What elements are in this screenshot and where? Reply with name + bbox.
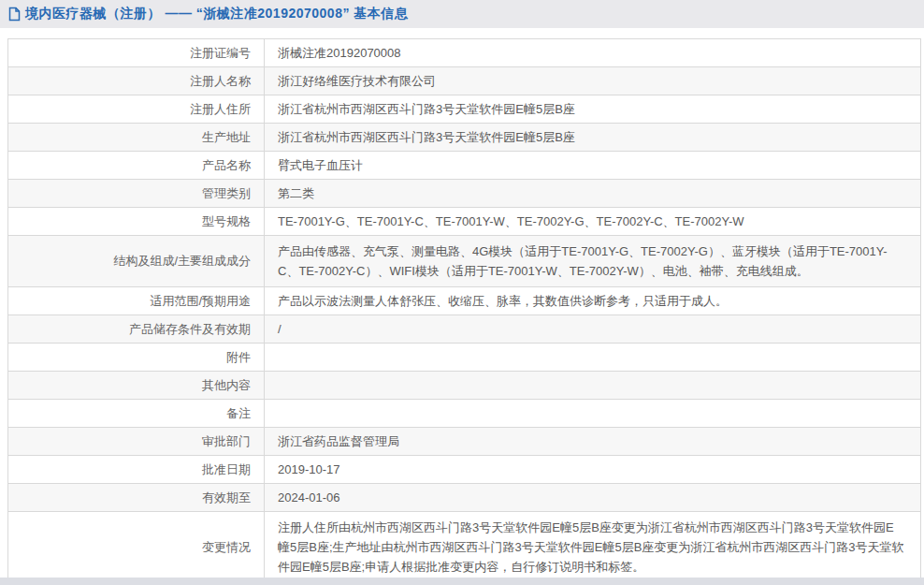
row-label: 变更情况 <box>8 512 265 583</box>
row-value: 注册人住所由杭州市西湖区西斗门路3号天堂软件园E幢5层B座变更为浙江省杭州市西湖… <box>265 512 921 583</box>
table-row: 结构及组成/主要组成成分 产品由传感器、充气泵、测量电路、4G模块（适用于TE-… <box>8 236 921 287</box>
table-row: 附件 <box>8 344 921 372</box>
row-label: 注册人住所 <box>8 95 265 124</box>
row-value: 2019-10-17 <box>265 456 921 484</box>
table-row: 备注 <box>8 400 921 428</box>
row-label: 其他内容 <box>8 372 265 400</box>
row-label: 结构及组成/主要组成成分 <box>8 236 265 287</box>
row-value: 浙江省药品监督管理局 <box>265 428 921 456</box>
row-value <box>265 400 921 428</box>
row-label: 产品储存条件及有效期 <box>8 315 265 344</box>
row-label: 备注 <box>8 400 265 428</box>
row-value: 浙械注准20192070008 <box>265 39 921 67</box>
page-bottom-band <box>0 578 924 585</box>
row-label: 注册证编号 <box>8 39 265 67</box>
table-row: 注册人住所 浙江省杭州市西湖区西斗门路3号天堂软件园E幢5层B座 <box>8 95 921 124</box>
row-label: 注册人名称 <box>8 67 265 95</box>
row-label: 附件 <box>8 344 265 372</box>
table-row: 适用范围/预期用途 产品以示波法测量人体舒张压、收缩压、脉率，其数值供诊断参考，… <box>8 287 921 315</box>
table-row: 注册证编号 浙械注准20192070008 <box>8 39 921 67</box>
row-value: 第二类 <box>265 180 921 208</box>
row-label: 批准日期 <box>8 456 265 484</box>
table-row: 变更情况 注册人住所由杭州市西湖区西斗门路3号天堂软件园E幢5层B座变更为浙江省… <box>8 512 921 583</box>
table-row: 其他内容 <box>8 372 921 400</box>
page-title: 境内医疗器械（注册） —— “浙械注准20192070008” 基本信息 <box>25 6 408 22</box>
table-row: 有效期至 2024-01-06 <box>8 484 921 512</box>
row-value: 浙江省杭州市西湖区西斗门路3号天堂软件园E幢5层B座 <box>265 95 921 124</box>
table-row: 管理类别 第二类 <box>8 180 921 208</box>
table-row: 产品储存条件及有效期 / <box>8 315 921 344</box>
row-value <box>265 344 921 372</box>
row-value: 产品以示波法测量人体舒张压、收缩压、脉率，其数值供诊断参考，只适用于成人。 <box>265 287 921 315</box>
page-header: 境内医疗器械（注册） —— “浙械注准20192070008” 基本信息 <box>0 0 924 28</box>
table-row: 注册人名称 浙江好络维医疗技术有限公司 <box>8 67 921 95</box>
row-value: 产品由传感器、充气泵、测量电路、4G模块（适用于TE-7001Y-G、TE-70… <box>265 236 921 287</box>
table-row: 审批部门 浙江省药品监督管理局 <box>8 428 921 456</box>
row-label: 适用范围/预期用途 <box>8 287 265 315</box>
row-label: 产品名称 <box>8 152 265 180</box>
registration-info-table: 注册证编号 浙械注准20192070008 注册人名称 浙江好络维医疗技术有限公… <box>7 38 921 585</box>
row-value: TE-7001Y-G、TE-7001Y-C、TE-7001Y-W、TE-7002… <box>265 208 921 236</box>
row-value: 2024-01-06 <box>265 484 921 512</box>
row-value: 浙江省杭州市西湖区西斗门路3号天堂软件园E幢5层B座 <box>265 124 921 152</box>
row-label: 有效期至 <box>8 484 265 512</box>
table-row: 型号规格 TE-7001Y-G、TE-7001Y-C、TE-7001Y-W、TE… <box>8 208 921 236</box>
table-row: 产品名称 臂式电子血压计 <box>8 152 921 180</box>
row-value: 浙江好络维医疗技术有限公司 <box>265 67 921 95</box>
document-icon <box>7 7 22 22</box>
row-value <box>265 372 921 400</box>
row-label: 审批部门 <box>8 428 265 456</box>
row-label: 型号规格 <box>8 208 265 236</box>
row-label: 管理类别 <box>8 180 265 208</box>
row-value: 臂式电子血压计 <box>265 152 921 180</box>
row-value: / <box>265 315 921 344</box>
table-row: 生产地址 浙江省杭州市西湖区西斗门路3号天堂软件园E幢5层B座 <box>8 124 921 152</box>
row-label: 生产地址 <box>8 124 265 152</box>
table-row: 批准日期 2019-10-17 <box>8 456 921 484</box>
